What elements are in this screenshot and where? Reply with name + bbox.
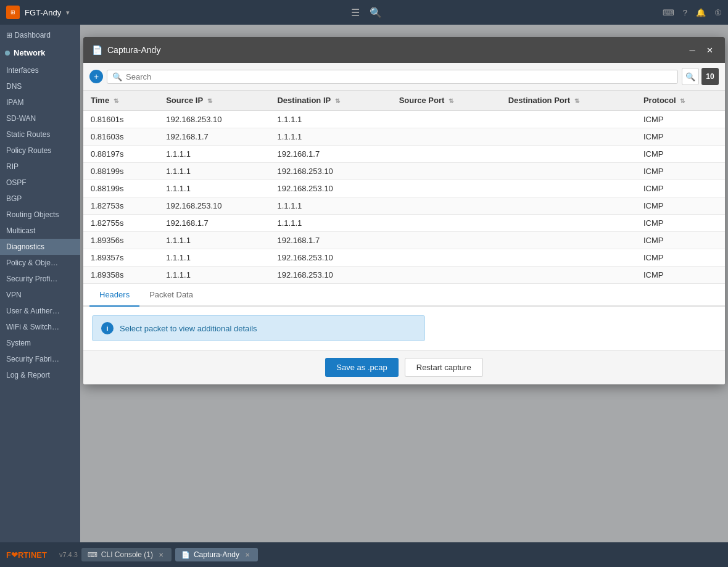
menu-icon[interactable]: ☰ (351, 7, 360, 19)
restart-capture-button[interactable]: Restart capture (405, 358, 483, 377)
cell-dest-port (501, 249, 636, 267)
table-row[interactable]: 0.88199s1.1.1.1192.168.253.10ICMP (83, 163, 725, 180)
save-pcap-button[interactable]: Save as .pcap (325, 358, 398, 377)
capture-modal: 📄 Captura-Andy ─ ✕ + 🔍 (83, 37, 725, 384)
col-source-port[interactable]: Source Port ⇅ (392, 91, 501, 110)
tab-headers[interactable]: Headers (89, 284, 139, 307)
sidebar-item-vpn[interactable]: VPN (0, 287, 80, 303)
col-dest-ip[interactable]: Destination IP ⇅ (270, 91, 391, 110)
cell-source-port (392, 146, 501, 163)
sidebar-item-bgp[interactable]: BGP (0, 191, 80, 207)
modal-header-controls: ─ ✕ (685, 43, 716, 57)
table-row[interactable]: 1.89356s1.1.1.1192.168.1.7ICMP (83, 232, 725, 249)
cell-dest-port (501, 232, 636, 249)
sidebar-item-multicast[interactable]: Multicast (0, 223, 80, 239)
sidebar-item-log-report[interactable]: Log & Report (0, 367, 80, 383)
table-row[interactable]: 0.88197s1.1.1.1192.168.1.7ICMP (83, 146, 725, 163)
sidebar-item-static-routes[interactable]: Static Routes (0, 126, 80, 143)
search-right: 🔍 10 (682, 68, 719, 85)
topbar-center: ☰ 🔍 (351, 7, 382, 19)
cell-source-port (392, 197, 501, 215)
taskbar-tab-captura[interactable]: 📄 Captura-Andy ✕ (175, 548, 258, 561)
col-time[interactable]: Time ⇅ (83, 91, 159, 110)
col-dest-port[interactable]: Destination Port ⇅ (501, 91, 636, 110)
user-icon[interactable]: ① (714, 8, 722, 17)
sidebar-item-user-auth[interactable]: User & Auther… (0, 303, 80, 319)
cell-protocol: ICMP (636, 197, 725, 215)
cell-protocol: ICMP (636, 249, 725, 267)
info-box: i Select packet to view additional detai… (92, 315, 425, 341)
sidebar-item-wifi-switch[interactable]: WiFi & Switch… (0, 319, 80, 335)
sidebar-item-policy[interactable]: Policy & Obje… (0, 255, 80, 271)
brand-icon: ⊞ (6, 6, 20, 19)
sidebar-item-policy-routes[interactable]: Policy Routes (0, 143, 80, 159)
cell-protocol: ICMP (636, 146, 725, 163)
sidebar-section-network[interactable]: Network (0, 43, 80, 62)
sidebar-item-routing-objects[interactable]: Routing Objects (0, 207, 80, 223)
help-icon[interactable]: ? (683, 8, 687, 17)
col-protocol[interactable]: Protocol ⇅ (636, 91, 725, 110)
cell-source-port (392, 249, 501, 267)
search-input-wrap: 🔍 (107, 70, 678, 84)
search-button[interactable]: 🔍 (682, 68, 699, 85)
tab-packet-data[interactable]: Packet Data (139, 284, 203, 307)
cell-source-ip: 1.1.1.1 (159, 249, 270, 267)
modal-minimize-button[interactable]: ─ (685, 43, 699, 57)
captura-tab-close[interactable]: ✕ (243, 550, 252, 559)
modal-title: Captura-Andy (107, 45, 160, 55)
cli-tab-close[interactable]: ✕ (157, 550, 165, 559)
modal-close-button[interactable]: ✕ (703, 43, 716, 57)
cell-source-ip: 192.168.1.7 (159, 128, 270, 146)
sidebar-item-dns[interactable]: DNS (0, 78, 80, 94)
cell-protocol: ICMP (636, 232, 725, 249)
info-message: Select packet to view additional details (120, 324, 257, 333)
dest-ip-sort-icon: ⇅ (335, 97, 340, 104)
sidebar-item-system[interactable]: System (0, 335, 80, 351)
table-row[interactable]: 0.81603s192.168.1.71.1.1.1ICMP (83, 128, 725, 146)
sidebar-item-diagnostics[interactable]: Diagnostics (0, 239, 80, 255)
cell-time: 1.89358s (83, 267, 159, 284)
time-sort-icon: ⇅ (114, 97, 118, 104)
cell-source-ip: 1.1.1.1 (159, 180, 270, 197)
table-row[interactable]: 1.89357s1.1.1.1192.168.253.10ICMP (83, 249, 725, 267)
sidebar-item-security-fabric[interactable]: Security Fabri… (0, 351, 80, 367)
sidebar-item-security-profile[interactable]: Security Profi… (0, 271, 80, 287)
cell-dest-ip: 192.168.253.10 (270, 180, 391, 197)
col-source-ip[interactable]: Source IP ⇅ (159, 91, 270, 110)
source-ip-sort-icon: ⇅ (207, 97, 212, 104)
table-row[interactable]: 1.82753s192.168.253.101.1.1.1ICMP (83, 197, 725, 215)
cell-time: 0.81603s (83, 128, 159, 146)
notification-icon[interactable]: 🔔 (696, 8, 706, 17)
search-input[interactable] (126, 72, 672, 81)
captura-tab-label: Captura-Andy (194, 550, 239, 559)
cell-dest-port (501, 128, 636, 146)
modal-footer: Save as .pcap Restart capture (83, 350, 725, 384)
tabs-area: Headers Packet Data i Select packet to v… (83, 284, 725, 350)
cell-source-port (392, 267, 501, 284)
cell-dest-port (501, 267, 636, 284)
taskbar-tab-cli[interactable]: ⌨ CLI Console (1) ✕ (81, 548, 172, 561)
sidebar-item-ospf[interactable]: OSPF (0, 175, 80, 191)
sidebar-item-rip[interactable]: RIP (0, 159, 80, 175)
table-row[interactable]: 1.89358s1.1.1.1192.168.253.10ICMP (83, 267, 725, 284)
sidebar-item-interfaces[interactable]: Interfaces (0, 62, 80, 78)
cell-protocol: ICMP (636, 180, 725, 197)
add-filter-button[interactable]: + (89, 70, 103, 83)
sidebar-item-sdwan[interactable]: SD-WAN (0, 110, 80, 126)
table-row[interactable]: 0.88199s1.1.1.1192.168.253.10ICMP (83, 180, 725, 197)
table-row[interactable]: 0.81601s192.168.253.101.1.1.1ICMP (83, 110, 725, 128)
cell-protocol: ICMP (636, 128, 725, 146)
topbar-left: ⊞ FGT-Andy ▾ (6, 6, 70, 19)
cell-dest-port (501, 215, 636, 232)
sidebar-item-ipam[interactable]: IPAM (0, 94, 80, 110)
sidebar-item-dashboard[interactable]: ⊞ Dashboard (0, 27, 80, 43)
cell-source-ip: 192.168.253.10 (159, 197, 270, 215)
terminal-icon[interactable]: ⌨ (663, 8, 674, 17)
cell-dest-ip: 192.168.1.7 (270, 232, 391, 249)
cell-source-port (392, 232, 501, 249)
sidebar: ⊞ Dashboard Network Interfaces DNS IPAM … (0, 25, 80, 542)
table-row[interactable]: 1.82755s192.168.1.71.1.1.1ICMP (83, 215, 725, 232)
main-content: 📄 Captura-Andy ─ ✕ + 🔍 (80, 25, 728, 542)
cell-source-port (392, 163, 501, 180)
search-icon[interactable]: 🔍 (370, 7, 382, 19)
